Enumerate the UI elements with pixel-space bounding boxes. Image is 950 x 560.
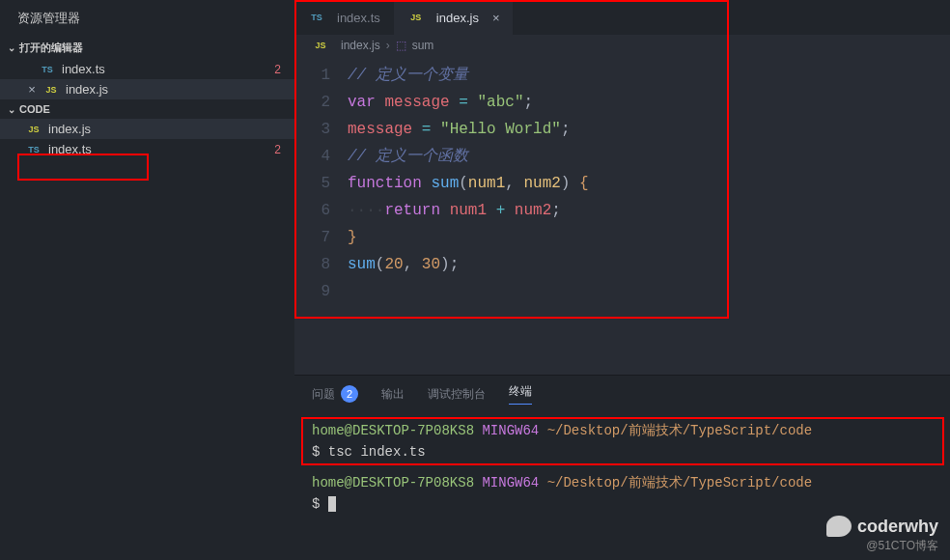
ts-icon: TS: [25, 143, 42, 156]
explorer-sidebar: 资源管理器 ⌄ 打开的编辑器 TS index.ts 2 × JS index.…: [0, 0, 294, 560]
chevron-down-icon: ⌄: [8, 104, 19, 115]
error-count: 2: [274, 143, 281, 156]
close-icon[interactable]: ×: [25, 82, 39, 97]
open-editor-item[interactable]: × JS index.js: [0, 79, 294, 99]
js-icon: JS: [312, 39, 329, 52]
chevron-down-icon: ⌄: [8, 42, 19, 53]
terminal-cursor: [328, 496, 336, 512]
open-editors-header[interactable]: ⌄ 打开的编辑器: [0, 37, 294, 59]
file-tree-item[interactable]: TS index.ts 2: [0, 139, 294, 159]
wechat-icon: [826, 516, 852, 537]
line-numbers: 123456789: [294, 62, 348, 375]
ts-icon: TS: [308, 11, 325, 24]
watermark-sub: @51CTO博客: [866, 538, 938, 554]
chevron-right-icon: ›: [386, 39, 390, 52]
sidebar-title: 资源管理器: [0, 0, 294, 37]
js-icon: JS: [42, 83, 60, 97]
open-editor-item[interactable]: TS index.ts 2: [0, 59, 294, 79]
editor-area: TS index.ts JS index.js × JS index.js › …: [294, 0, 950, 560]
tab-index-js[interactable]: JS index.js ×: [394, 0, 514, 35]
editor-tabs: TS index.ts JS index.js ×: [294, 0, 950, 35]
folder-header[interactable]: ⌄ CODE: [0, 99, 294, 119]
js-icon: JS: [25, 123, 42, 136]
panel-tab-problems[interactable]: 问题 2: [312, 383, 358, 405]
error-count: 2: [274, 63, 281, 76]
ts-icon: TS: [39, 63, 56, 76]
panel-tabs: 问题 2 输出 调试控制台 终端: [294, 376, 950, 412]
panel-tab-output[interactable]: 输出: [381, 383, 405, 405]
problem-count-badge: 2: [341, 385, 358, 403]
code-editor[interactable]: 123456789 // 定义一个变量var message = "abc";m…: [294, 56, 950, 375]
close-icon[interactable]: ×: [492, 11, 500, 25]
panel-tab-terminal[interactable]: 终端: [509, 383, 532, 405]
watermark: coderwhy: [826, 516, 938, 537]
file-tree-item[interactable]: JS index.js: [0, 119, 294, 139]
code-content[interactable]: // 定义一个变量var message = "abc";message = "…: [348, 62, 950, 375]
breadcrumb[interactable]: JS index.js › ⬚ sum: [294, 35, 950, 56]
symbol-cube-icon: ⬚: [396, 39, 406, 52]
terminal[interactable]: home@DESKTOP-7P08KS8 MINGW64 ~/Desktop/前…: [294, 412, 950, 560]
js-icon: JS: [407, 11, 425, 24]
tab-index-ts[interactable]: TS index.ts: [294, 0, 394, 35]
panel-tab-debug[interactable]: 调试控制台: [428, 383, 486, 405]
